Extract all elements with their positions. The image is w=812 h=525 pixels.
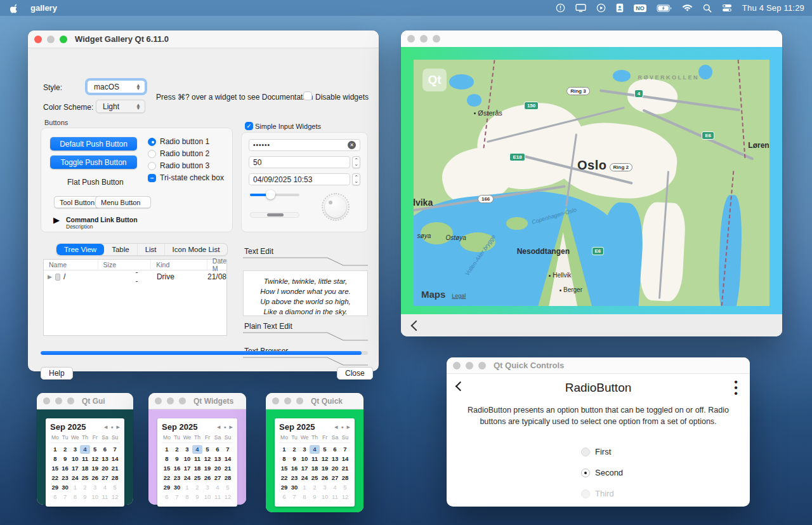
calendar-day-cell[interactable]: 30 [60,483,70,492]
calendar-day-cell[interactable]: 11 [192,455,202,463]
calendar-day-cell[interactable]: 18 [80,464,90,473]
calendar-day-cell[interactable]: 25 [80,474,90,482]
minimize-traffic-light[interactable] [284,397,291,404]
tree-header-size[interactable]: Size [98,260,152,270]
calendar-day-cell[interactable]: 8 [162,455,172,463]
calendar-day-cell[interactable]: 30 [172,483,182,492]
color-scheme-combobox[interactable]: Light ▲▼ [96,100,145,113]
calendar-day-cell[interactable]: 24 [70,474,80,482]
tristate-checkbox[interactable]: – [148,174,156,182]
today-icon[interactable]: ● [110,425,113,429]
calendar-day-cell[interactable]: 10 [70,455,80,463]
calendar-day-cell[interactable]: 17 [70,464,80,473]
disclosure-arrow-icon[interactable]: ▶ [48,274,52,280]
control-center-icon[interactable] [722,3,732,13]
zoom-traffic-light[interactable] [296,397,303,404]
command-link-button[interactable]: Command Link Button [66,216,138,223]
calendar-day-cell[interactable]: 19 [90,464,100,473]
calendar-day-cell[interactable]: 5 [320,445,330,454]
toolbox-tab-text-edit[interactable]: Text Edit [243,247,368,256]
calendar-day-cell[interactable]: 7 [289,493,299,502]
calendar-day-cell[interactable]: 28 [340,474,350,482]
calendar-day-cell[interactable]: 25 [310,474,320,482]
calendar-day-cell[interactable]: 1 [162,445,172,454]
calendar-day-cell[interactable]: 7 [172,493,182,502]
calendar-day-cell[interactable]: 16 [289,464,299,473]
default-push-button[interactable]: Default Push Button [50,137,137,150]
tab-list[interactable]: List [138,244,165,255]
passport-id-icon[interactable] [616,3,624,13]
calendar-day-cell[interactable]: 6 [330,445,340,454]
calendar-day-cell[interactable]: 7 [223,445,233,454]
calendar-day-cell[interactable]: 12 [90,455,100,463]
calendar-widget[interactable]: Sep 2025◀●▶MoTuWeThFrSaSu123456789101112… [46,418,124,507]
calendar-day-cell[interactable]: 27 [213,474,223,482]
calendar-day-cell[interactable]: 9 [192,493,202,502]
toolbox-tab-plain-text-edit[interactable]: Plain Text Edit [243,322,368,331]
calendar-day-cell[interactable]: 8 [299,493,310,502]
tab-icon-mode-list[interactable]: Icon Mode List [165,244,228,255]
calendar-day-cell[interactable]: 20 [330,464,340,473]
calendar-day-cell[interactable]: 21 [110,464,120,473]
calendar-day-cell[interactable]: 7 [60,493,70,502]
calendar-day-cell[interactable]: 26 [202,474,213,482]
calendar-day-cell[interactable]: 12 [340,493,350,502]
radio-option[interactable]: Radio button 3 [148,161,224,170]
calendar-day-cell[interactable]: 9 [310,493,320,502]
zoom-traffic-light[interactable] [478,362,486,369]
calendar-day-cell[interactable]: 22 [279,474,289,482]
calendar-day-cell[interactable]: 27 [330,474,340,482]
calendar-day-cell[interactable]: 7 [110,445,120,454]
zoom-traffic-light[interactable] [179,397,186,404]
calendar-day-cell[interactable]: 6 [50,493,60,502]
radio-off-icon[interactable] [581,448,590,456]
calendar-day-cell[interactable]: 17 [299,464,310,473]
spinbox[interactable]: 50 ⌃⌄ [249,156,360,168]
help-button[interactable]: Help [41,367,73,380]
calendar-day-cell[interactable]: 21 [340,464,350,473]
calendar-day-cell[interactable]: 2 [310,483,320,492]
calendar-day-cell[interactable]: 4 [100,483,110,492]
calendar-day-cell[interactable]: 6 [213,445,223,454]
calendar-day-cell[interactable]: 26 [90,474,100,482]
next-month-icon[interactable]: ▶ [230,425,233,430]
zoom-traffic-light[interactable] [67,397,74,404]
radio-off-icon[interactable] [148,162,156,170]
calendar-day-cell[interactable]: 5 [110,483,120,492]
calendar-day-cell[interactable]: 8 [279,455,289,463]
calendar-day-cell[interactable]: 16 [60,464,70,473]
calendar-day-cell[interactable]: 11 [100,493,110,502]
calendar-day-cell[interactable]: 22 [50,474,60,482]
close-traffic-light[interactable] [272,397,279,404]
dial[interactable] [322,193,350,221]
calendar-day-cell[interactable]: 3 [90,483,100,492]
calendar-day-cell[interactable]: 11 [213,493,223,502]
calendar-day-cell[interactable]: 8 [70,493,80,502]
calendar-day-cell[interactable]: 3 [70,445,80,454]
calendar-day-cell[interactable]: 17 [182,464,192,473]
tab-table[interactable]: Table [104,244,138,255]
calendar-day-cell[interactable]: 28 [223,474,233,482]
calendar-widget[interactable]: Sep 2025◀●▶MoTuWeThFrSaSu123456789101112… [275,418,355,507]
calendar-day-cell[interactable]: 20 [100,464,110,473]
calendar-widget[interactable]: Sep 2025◀●▶MoTuWeThFrSaSu123456789101112… [157,418,237,507]
scrollbar-thumb[interactable] [267,213,284,216]
calendar-day-cell[interactable]: 14 [223,455,233,463]
calendar-day-cell[interactable]: 4 [213,483,223,492]
calendar-day-cell[interactable]: 6 [162,493,172,502]
calendar-day-cell[interactable]: 16 [172,464,182,473]
cal-titlebar[interactable]: Qt Gui [37,393,133,409]
calendar-day-cell[interactable]: 24 [299,474,310,482]
next-month-icon[interactable]: ▶ [117,425,120,430]
calendar-day-cell[interactable]: 4 [192,445,202,454]
calendar-day-cell[interactable]: 15 [50,464,60,473]
tree-header-name[interactable]: Name [44,260,98,270]
datetime-edit[interactable]: 04/09/2025 10:53 ⌃⌄ [249,173,360,185]
map-view[interactable]: Qt RØVERKOLLEN Østerås Oslo dvika Lørens… [414,60,769,306]
disable-widgets-checkbox[interactable] [303,91,312,100]
calendar-day-cell[interactable]: 7 [340,445,350,454]
calendar-day-cell[interactable]: 20 [213,464,223,473]
calendar-day-cell[interactable]: 9 [60,455,70,463]
calendar-day-cell[interactable]: 23 [172,474,182,482]
calendar-day-cell[interactable]: 24 [182,474,192,482]
